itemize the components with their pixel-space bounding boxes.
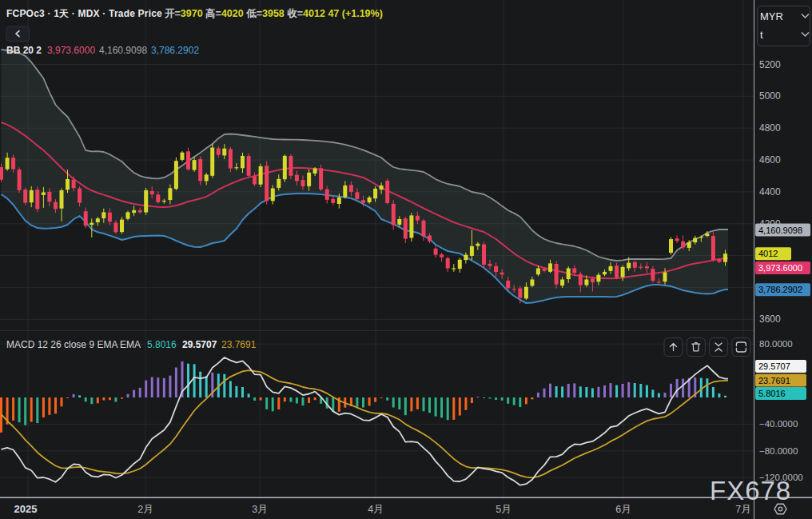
svg-text:4,160.9098: 4,160.9098 xyxy=(99,45,147,56)
svg-text:4800: 4800 xyxy=(759,122,781,134)
svg-text:4600: 4600 xyxy=(759,154,781,166)
svg-text:−80.0000: −80.0000 xyxy=(759,446,798,456)
svg-text:29.5707: 29.5707 xyxy=(182,339,217,350)
svg-text:4012: 4012 xyxy=(758,249,778,258)
svg-text:3月: 3月 xyxy=(252,504,267,515)
svg-text:2月: 2月 xyxy=(137,504,153,515)
svg-text:MACD 12 26 close 9 EMA EMA: MACD 12 26 close 9 EMA EMA xyxy=(6,339,141,350)
svg-text:5.8016: 5.8016 xyxy=(758,389,786,398)
svg-text:3600: 3600 xyxy=(759,313,781,325)
svg-text:7月: 7月 xyxy=(735,504,750,515)
svg-text:4400: 4400 xyxy=(759,186,781,198)
svg-text:开=3970 高=4020 低=3958 收=4012 47: 开=3970 高=4020 低=3958 收=4012 47 (+1.19%) xyxy=(164,8,383,19)
svg-text:t: t xyxy=(760,29,763,41)
svg-text:MYR: MYR xyxy=(760,10,783,22)
svg-text:3,973.6000: 3,973.6000 xyxy=(47,45,95,56)
svg-text:5.8016: 5.8016 xyxy=(147,339,177,350)
svg-text:2025: 2025 xyxy=(14,503,38,515)
svg-text:3,973.6000: 3,973.6000 xyxy=(758,263,802,273)
svg-text:FCPOc3 · 1天 · MDX · Trade Pric: FCPOc3 · 1天 · MDX · Trade Price xyxy=(6,8,162,19)
svg-text:4,160.9098: 4,160.9098 xyxy=(758,226,802,235)
svg-text:6月: 6月 xyxy=(615,504,631,515)
svg-text:5000: 5000 xyxy=(759,90,781,102)
svg-text:5月: 5月 xyxy=(496,504,511,515)
svg-text:BB 20 2: BB 20 2 xyxy=(6,45,42,56)
svg-text:23.7691: 23.7691 xyxy=(758,376,790,385)
svg-text:3,786.2902: 3,786.2902 xyxy=(151,45,199,56)
svg-text:−40.0000: −40.0000 xyxy=(759,419,798,429)
svg-text:80.0000: 80.0000 xyxy=(759,339,793,349)
svg-text:FX678: FX678 xyxy=(710,476,791,505)
svg-text:23.7691: 23.7691 xyxy=(221,339,257,350)
svg-text:29.5707: 29.5707 xyxy=(758,361,790,371)
svg-text:4月: 4月 xyxy=(368,504,383,515)
svg-text:3,786.2902: 3,786.2902 xyxy=(758,285,802,294)
svg-text:5200: 5200 xyxy=(759,59,781,70)
